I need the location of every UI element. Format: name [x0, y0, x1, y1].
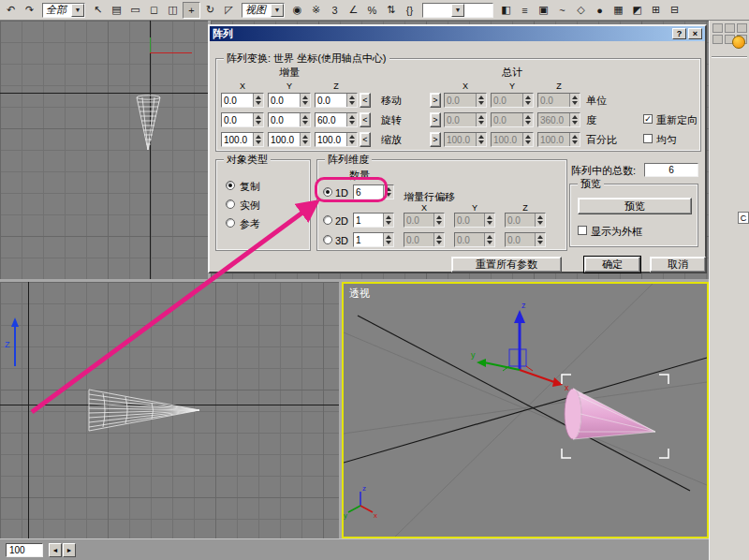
spinner[interactable] — [522, 133, 533, 146]
reference-radio[interactable] — [226, 218, 235, 228]
spinner[interactable] — [433, 233, 444, 246]
spinner[interactable] — [383, 214, 393, 227]
spinner[interactable] — [476, 133, 486, 146]
angle-snap-icon[interactable]: ∠ — [345, 2, 362, 19]
select-and-rotate-icon[interactable]: ↻ — [201, 2, 219, 19]
rotate-right-arrow-button[interactable]: > — [430, 112, 441, 127]
select-by-name-icon[interactable]: ▤ — [108, 2, 125, 19]
instance-radio[interactable] — [226, 199, 235, 209]
render-setup-icon[interactable]: ▦ — [609, 2, 627, 19]
scale-tot-y-field[interactable]: 100.0 — [491, 132, 534, 147]
3d-count-field[interactable]: 1 — [353, 232, 394, 247]
scale-tot-x-field[interactable]: 100.0 — [444, 132, 487, 147]
reference-coordinate-dropdown[interactable]: 视图▼ — [242, 3, 285, 18]
close-button[interactable]: × — [688, 28, 702, 39]
spinner[interactable] — [383, 185, 393, 199]
viewport-perspective[interactable]: 透视 z y x — [342, 282, 709, 538]
viewport-label[interactable]: 透视 — [349, 287, 370, 301]
2d-offset-z-field[interactable]: 0.0 — [505, 213, 546, 228]
redo-icon[interactable]: ↷ — [21, 2, 38, 19]
spinner[interactable] — [522, 113, 533, 126]
spinner[interactable] — [569, 94, 580, 107]
spinner[interactable] — [569, 133, 580, 146]
frame-number-field[interactable]: 100 — [6, 543, 43, 557]
motion-tab-icon[interactable] — [712, 35, 723, 44]
hierarchy-tab-icon[interactable] — [737, 23, 747, 33]
edit-named-sets-icon[interactable]: {} — [401, 2, 419, 19]
reference-label[interactable]: 参考 — [240, 218, 260, 229]
move-tot-y-field[interactable]: 0.0 — [491, 93, 534, 108]
rectangular-selection-icon[interactable]: ▭ — [126, 2, 144, 19]
spinner[interactable] — [253, 133, 263, 146]
modify-tab-icon[interactable] — [725, 23, 735, 33]
copy-label[interactable]: 复制 — [240, 181, 260, 192]
2d-offset-x-field[interactable]: 0.0 — [404, 213, 445, 228]
3d-offset-z-field[interactable]: 0.0 — [505, 232, 546, 247]
instance-label[interactable]: 实例 — [240, 199, 260, 211]
move-left-arrow-button[interactable]: < — [360, 93, 371, 108]
reorient-checkbox[interactable] — [643, 114, 653, 124]
scale-inc-z-field[interactable]: 100.0 — [315, 132, 358, 147]
chevron-down-icon[interactable]: ▼ — [451, 4, 464, 17]
selection-filter-dropdown[interactable]: 全部▼ — [42, 3, 85, 18]
spinner[interactable] — [433, 214, 444, 227]
layer-manager-icon[interactable]: ▣ — [535, 2, 552, 19]
select-and-move-icon[interactable]: + — [183, 2, 200, 19]
2d-radio[interactable] — [323, 215, 332, 225]
ok-button[interactable]: 确定 — [584, 257, 640, 273]
spinner[interactable] — [484, 233, 494, 246]
2d-label[interactable]: 2D — [335, 215, 348, 227]
grid-snap-icon[interactable]: ⊟ — [666, 2, 683, 19]
align-icon[interactable]: ≡ — [516, 2, 534, 19]
wireframe-cone-side[interactable] — [86, 388, 202, 433]
mirror-icon[interactable]: ◧ — [497, 2, 515, 19]
quick-render-icon[interactable]: ◩ — [628, 2, 646, 19]
scale-inc-y-field[interactable]: 100.0 — [268, 132, 311, 147]
select-object-icon[interactable]: ↖ — [89, 2, 107, 19]
move-tot-x-field[interactable]: 0.0 — [444, 93, 487, 108]
spinner[interactable] — [346, 133, 357, 146]
percent-snap-icon[interactable]: % — [363, 2, 381, 19]
spinner[interactable] — [484, 214, 494, 227]
schematic-view-icon[interactable]: ◇ — [572, 2, 590, 19]
2d-offset-y-field[interactable]: 0.0 — [454, 213, 495, 228]
spinner[interactable] — [535, 233, 545, 246]
spinner[interactable] — [346, 94, 357, 107]
grid-toggle-icon[interactable]: ⊞ — [647, 2, 665, 19]
rotate-tot-z-field[interactable]: 360.0 — [537, 112, 580, 127]
3d-offset-y-field[interactable]: 0.0 — [454, 232, 495, 247]
spinner[interactable] — [383, 233, 393, 246]
copy-radio[interactable] — [226, 181, 235, 190]
geometry-category-icon[interactable] — [732, 36, 745, 49]
help-button[interactable]: ? — [672, 28, 686, 39]
window-crossing-icon[interactable]: ◫ — [164, 2, 182, 19]
viewport-top-left[interactable] — [0, 21, 208, 279]
spinner[interactable] — [522, 94, 533, 107]
axis-tripod[interactable]: z y x — [471, 301, 569, 392]
spinner[interactable] — [476, 113, 486, 126]
spinner[interactable] — [300, 94, 310, 107]
preview-button[interactable]: 预览 — [578, 198, 692, 214]
cancel-button[interactable]: 取消 — [650, 257, 706, 273]
next-frame-button[interactable]: ► — [63, 543, 76, 557]
spinner[interactable] — [346, 113, 357, 126]
rotate-tot-x-field[interactable]: 0.0 — [444, 112, 487, 127]
use-pivot-center-icon[interactable]: ◉ — [288, 2, 306, 19]
spinner[interactable] — [535, 214, 545, 227]
select-and-manipulate-icon[interactable]: ※ — [307, 2, 325, 19]
display-as-box-checkbox[interactable] — [578, 226, 587, 235]
1d-count-field[interactable]: 6 — [353, 184, 394, 199]
3d-label[interactable]: 3D — [335, 235, 348, 246]
wireframe-cone-front[interactable] — [131, 92, 169, 157]
move-tot-z-field[interactable]: 0.0 — [537, 93, 580, 108]
snap-toggle-icon[interactable]: 3 — [326, 2, 344, 19]
reset-all-parameters-button[interactable]: 重置所有参数 — [451, 257, 562, 273]
move-inc-y-field[interactable]: 0.0 — [268, 93, 311, 108]
spinner-snap-icon[interactable]: ⇅ — [382, 2, 400, 19]
fence-selection-icon[interactable]: ◻ — [145, 2, 163, 19]
uniform-checkbox[interactable] — [643, 134, 653, 143]
create-tab-icon[interactable] — [712, 23, 723, 33]
1d-label[interactable]: 1D — [335, 187, 348, 199]
spinner[interactable] — [476, 94, 486, 107]
dialog-titlebar[interactable]: 阵列 ? × — [210, 26, 705, 41]
